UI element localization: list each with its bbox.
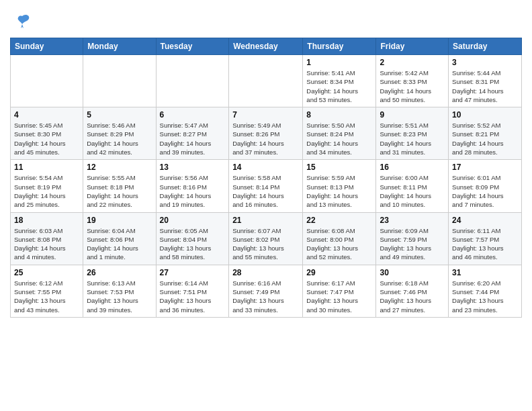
day-number: 20 [160, 216, 226, 225]
day-info: Sunrise: 5:41 AM Sunset: 8:34 PM Dayligh… [306, 68, 372, 104]
day-number: 2 [380, 58, 445, 67]
day-info: Sunrise: 5:55 AM Sunset: 8:18 PM Dayligh… [87, 173, 152, 209]
day-info: Sunrise: 5:45 AM Sunset: 8:30 PM Dayligh… [14, 121, 79, 156]
calendar-cell: 7Sunrise: 5:49 AM Sunset: 8:26 PM Daylig… [229, 107, 303, 160]
day-number: 16 [380, 163, 445, 172]
calendar-cell: 24Sunrise: 6:11 AM Sunset: 7:57 PM Dayli… [449, 212, 522, 265]
day-number: 1 [306, 58, 372, 67]
weekday-header-monday: Monday [83, 38, 156, 55]
day-info: Sunrise: 6:17 AM Sunset: 7:47 PM Dayligh… [306, 279, 372, 314]
calendar-cell: 29Sunrise: 6:17 AM Sunset: 7:47 PM Dayli… [303, 265, 376, 317]
day-number: 29 [306, 268, 372, 277]
day-number: 11 [14, 163, 79, 172]
calendar-cell: 11Sunrise: 5:54 AM Sunset: 8:19 PM Dayli… [11, 160, 83, 212]
day-info: Sunrise: 5:44 AM Sunset: 8:31 PM Dayligh… [452, 68, 518, 104]
header [10, 7, 522, 32]
logo [10, 7, 32, 32]
day-info: Sunrise: 5:51 AM Sunset: 8:23 PM Dayligh… [380, 121, 445, 156]
calendar-cell: 30Sunrise: 6:18 AM Sunset: 7:46 PM Dayli… [376, 265, 449, 317]
calendar-cell: 16Sunrise: 6:00 AM Sunset: 8:11 PM Dayli… [376, 160, 449, 212]
day-number: 15 [306, 163, 372, 172]
calendar-cell: 14Sunrise: 5:58 AM Sunset: 8:14 PM Dayli… [229, 160, 303, 212]
calendar-cell: 3Sunrise: 5:44 AM Sunset: 8:31 PM Daylig… [449, 55, 522, 107]
calendar-cell: 1Sunrise: 5:41 AM Sunset: 8:34 PM Daylig… [303, 55, 376, 107]
day-number: 3 [452, 58, 518, 67]
calendar-cell [156, 55, 229, 107]
weekday-header-row: SundayMondayTuesdayWednesdayThursdayFrid… [11, 38, 522, 55]
calendar-week-row: 11Sunrise: 5:54 AM Sunset: 8:19 PM Dayli… [11, 160, 522, 212]
day-number: 26 [87, 268, 152, 277]
calendar-cell: 18Sunrise: 6:03 AM Sunset: 8:08 PM Dayli… [11, 212, 83, 265]
day-info: Sunrise: 6:03 AM Sunset: 8:08 PM Dayligh… [14, 226, 79, 262]
calendar-cell: 13Sunrise: 5:56 AM Sunset: 8:16 PM Dayli… [156, 160, 229, 212]
day-info: Sunrise: 6:01 AM Sunset: 8:09 PM Dayligh… [452, 173, 518, 209]
day-info: Sunrise: 6:12 AM Sunset: 7:55 PM Dayligh… [14, 279, 79, 314]
day-number: 27 [160, 268, 226, 277]
day-info: Sunrise: 6:14 AM Sunset: 7:51 PM Dayligh… [160, 279, 226, 314]
day-info: Sunrise: 6:13 AM Sunset: 7:53 PM Dayligh… [87, 279, 152, 314]
calendar-cell: 31Sunrise: 6:20 AM Sunset: 7:44 PM Dayli… [449, 265, 522, 317]
calendar-week-row: 4Sunrise: 5:45 AM Sunset: 8:30 PM Daylig… [11, 107, 522, 160]
day-number: 9 [380, 110, 445, 120]
weekday-header-sunday: Sunday [11, 38, 83, 55]
calendar-cell: 4Sunrise: 5:45 AM Sunset: 8:30 PM Daylig… [11, 107, 83, 160]
day-number: 23 [380, 216, 445, 225]
day-number: 6 [160, 110, 226, 120]
weekday-header-tuesday: Tuesday [156, 38, 229, 55]
day-number: 17 [452, 163, 518, 172]
day-info: Sunrise: 6:18 AM Sunset: 7:46 PM Dayligh… [380, 279, 445, 314]
day-info: Sunrise: 5:47 AM Sunset: 8:27 PM Dayligh… [160, 121, 226, 156]
calendar-cell: 8Sunrise: 5:50 AM Sunset: 8:24 PM Daylig… [303, 107, 376, 160]
day-info: Sunrise: 6:11 AM Sunset: 7:57 PM Dayligh… [452, 226, 518, 262]
calendar-cell [229, 55, 303, 107]
calendar-cell: 21Sunrise: 6:07 AM Sunset: 8:02 PM Dayli… [229, 212, 303, 265]
day-info: Sunrise: 6:08 AM Sunset: 8:00 PM Dayligh… [306, 226, 372, 262]
calendar-cell: 27Sunrise: 6:14 AM Sunset: 7:51 PM Dayli… [156, 265, 229, 317]
day-number: 24 [452, 216, 518, 225]
day-info: Sunrise: 6:07 AM Sunset: 8:02 PM Dayligh… [232, 226, 299, 262]
logo-bird-icon [13, 11, 32, 32]
calendar-cell: 26Sunrise: 6:13 AM Sunset: 7:53 PM Dayli… [83, 265, 156, 317]
calendar-cell: 20Sunrise: 6:05 AM Sunset: 8:04 PM Dayli… [156, 212, 229, 265]
day-info: Sunrise: 5:59 AM Sunset: 8:13 PM Dayligh… [306, 173, 372, 209]
day-info: Sunrise: 6:05 AM Sunset: 8:04 PM Dayligh… [160, 226, 226, 262]
calendar-cell [83, 55, 156, 107]
calendar-cell: 15Sunrise: 5:59 AM Sunset: 8:13 PM Dayli… [303, 160, 376, 212]
day-info: Sunrise: 5:56 AM Sunset: 8:16 PM Dayligh… [160, 173, 226, 209]
weekday-header-friday: Friday [376, 38, 449, 55]
day-number: 7 [232, 110, 299, 120]
day-info: Sunrise: 5:49 AM Sunset: 8:26 PM Dayligh… [232, 121, 299, 156]
day-number: 14 [232, 163, 299, 172]
calendar-cell [11, 55, 83, 107]
calendar-cell: 25Sunrise: 6:12 AM Sunset: 7:55 PM Dayli… [11, 265, 83, 317]
day-number: 4 [14, 110, 79, 120]
day-info: Sunrise: 5:52 AM Sunset: 8:21 PM Dayligh… [452, 121, 518, 156]
day-number: 12 [87, 163, 152, 172]
day-number: 30 [380, 268, 445, 277]
day-info: Sunrise: 6:09 AM Sunset: 7:59 PM Dayligh… [380, 226, 445, 262]
day-number: 22 [306, 216, 372, 225]
calendar-cell: 28Sunrise: 6:16 AM Sunset: 7:49 PM Dayli… [229, 265, 303, 317]
calendar-cell: 19Sunrise: 6:04 AM Sunset: 8:06 PM Dayli… [83, 212, 156, 265]
weekday-header-saturday: Saturday [449, 38, 522, 55]
day-info: Sunrise: 6:20 AM Sunset: 7:44 PM Dayligh… [452, 279, 518, 314]
calendar-week-row: 25Sunrise: 6:12 AM Sunset: 7:55 PM Dayli… [11, 265, 522, 317]
calendar-cell: 5Sunrise: 5:46 AM Sunset: 8:29 PM Daylig… [83, 107, 156, 160]
day-number: 21 [232, 216, 299, 225]
day-number: 31 [452, 268, 518, 277]
calendar-cell: 17Sunrise: 6:01 AM Sunset: 8:09 PM Dayli… [449, 160, 522, 212]
calendar-cell: 2Sunrise: 5:42 AM Sunset: 8:33 PM Daylig… [376, 55, 449, 107]
day-info: Sunrise: 6:00 AM Sunset: 8:11 PM Dayligh… [380, 173, 445, 209]
day-info: Sunrise: 6:04 AM Sunset: 8:06 PM Dayligh… [87, 226, 152, 262]
weekday-header-thursday: Thursday [303, 38, 376, 55]
calendar-table: SundayMondayTuesdayWednesdayThursdayFrid… [10, 38, 522, 318]
day-number: 18 [14, 216, 79, 225]
weekday-header-wednesday: Wednesday [229, 38, 303, 55]
day-number: 5 [87, 110, 152, 120]
day-info: Sunrise: 5:50 AM Sunset: 8:24 PM Dayligh… [306, 121, 372, 156]
calendar-cell: 6Sunrise: 5:47 AM Sunset: 8:27 PM Daylig… [156, 107, 229, 160]
calendar-cell: 12Sunrise: 5:55 AM Sunset: 8:18 PM Dayli… [83, 160, 156, 212]
day-info: Sunrise: 5:46 AM Sunset: 8:29 PM Dayligh… [87, 121, 152, 156]
day-number: 8 [306, 110, 372, 120]
page: SundayMondayTuesdayWednesdayThursdayFrid… [0, 0, 532, 328]
